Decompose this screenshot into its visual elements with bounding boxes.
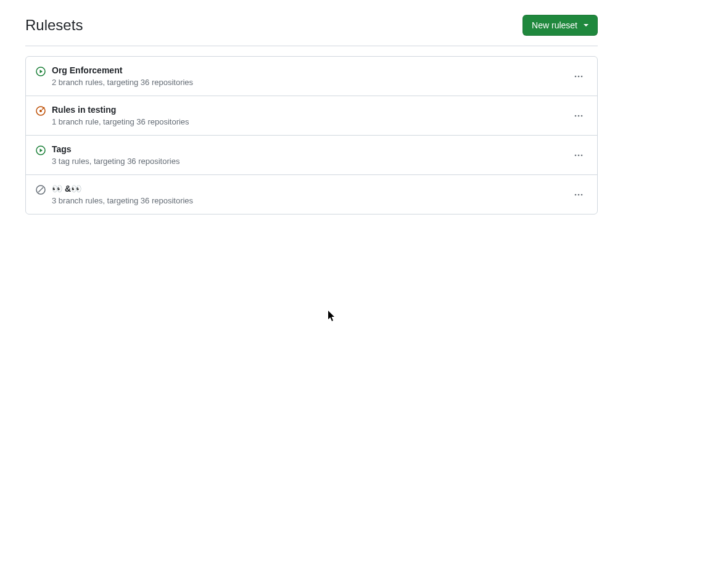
kebab-icon (574, 190, 584, 200)
ruleset-row[interactable]: 👀 &👀 3 branch rules, targeting 36 reposi… (26, 174, 597, 214)
ruleset-subtitle: 3 tag rules, targeting 36 repositories (52, 157, 180, 166)
ruleset-row[interactable]: Org Enforcement 2 branch rules, targetin… (26, 57, 597, 96)
ruleset-row-left: Rules in testing 1 branch rule, targetin… (36, 105, 189, 126)
new-ruleset-button[interactable]: New ruleset (522, 15, 598, 36)
kebab-icon (574, 71, 584, 81)
ruleset-row-left: 👀 &👀 3 branch rules, targeting 36 reposi… (36, 184, 193, 205)
ruleset-row[interactable]: Tags 3 tag rules, targeting 36 repositor… (26, 135, 597, 174)
play-active-icon (36, 145, 46, 155)
svg-point-1 (575, 75, 577, 77)
ruleset-subtitle: 1 branch rule, targeting 36 repositories (52, 117, 189, 126)
new-ruleset-label: New ruleset (532, 19, 577, 31)
play-active-icon (36, 67, 46, 76)
ruleset-row-left: Tags 3 tag rules, targeting 36 repositor… (36, 144, 180, 166)
ruleset-subtitle: 3 branch rules, targeting 36 repositorie… (52, 196, 193, 205)
ruleset-row-left: Org Enforcement 2 branch rules, targetin… (36, 65, 193, 87)
ruleset-actions-button[interactable] (570, 68, 587, 85)
svg-point-2 (578, 75, 580, 77)
page-title: Rulesets (25, 16, 83, 35)
ruleset-row[interactable]: Rules in testing 1 branch rule, targetin… (26, 96, 597, 135)
svg-point-3 (581, 75, 583, 77)
ruleset-actions-button[interactable] (570, 107, 587, 125)
svg-point-17 (581, 194, 583, 195)
svg-point-15 (575, 194, 577, 195)
svg-point-10 (575, 154, 577, 156)
svg-point-12 (581, 154, 583, 156)
kebab-icon (574, 111, 584, 121)
svg-point-7 (578, 115, 580, 116)
ruleset-name: Rules in testing (52, 105, 189, 115)
ruleset-name: Org Enforcement (52, 65, 193, 75)
svg-point-5 (39, 110, 42, 112)
page-header: Rulesets New ruleset (25, 15, 598, 46)
goal-testing-icon (36, 106, 46, 116)
svg-point-6 (575, 115, 577, 116)
ruleset-actions-button[interactable] (570, 147, 587, 164)
ruleset-name: 👀 &👀 (52, 184, 193, 194)
ruleset-actions-button[interactable] (570, 186, 587, 203)
svg-point-8 (581, 115, 583, 116)
ruleset-subtitle: 2 branch rules, targeting 36 repositorie… (52, 78, 193, 87)
svg-point-11 (578, 154, 580, 156)
svg-point-16 (578, 194, 580, 195)
kebab-icon (574, 150, 584, 160)
svg-line-14 (38, 187, 43, 192)
ruleset-name: Tags (52, 144, 180, 154)
chevron-down-icon (584, 24, 588, 27)
skip-disabled-icon (36, 185, 46, 195)
rulesets-list: Org Enforcement 2 branch rules, targetin… (25, 56, 598, 214)
